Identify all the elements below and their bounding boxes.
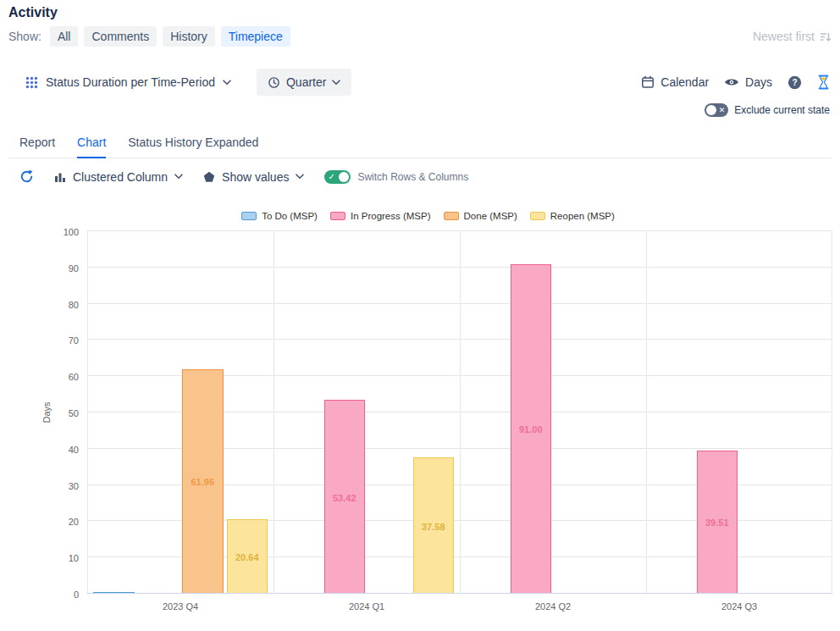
y-tick-label: 0 — [43, 589, 79, 600]
x-axis-label: 2024 Q2 — [460, 594, 646, 612]
clock-icon — [268, 76, 280, 89]
right-tools: Calendar Days ? — [641, 75, 830, 90]
legend-swatch — [444, 212, 459, 220]
chevron-down-icon — [332, 80, 340, 86]
grid-icon — [25, 76, 38, 89]
bar-value-label: 53.42 — [324, 493, 366, 503]
y-tick-label: 20 — [43, 517, 79, 527]
report-type-label: Status Duration per Time-Period — [46, 75, 215, 89]
eye-icon — [724, 77, 739, 87]
chart-plot-area: Days 010203040506070809010053.4291.0039.… — [87, 231, 832, 594]
gridline-vertical — [87, 231, 88, 594]
help-icon: ? — [788, 75, 802, 90]
exclude-current-state-label: Exclude current state — [734, 104, 830, 116]
legend-swatch — [330, 212, 345, 220]
legend-item-reopen-msp[interactable]: Reopen (MSP) — [530, 211, 615, 221]
legend-label: In Progress (MSP) — [351, 211, 431, 221]
clustered-column-icon — [54, 171, 66, 183]
toggle-on-check-icon: ✓ — [328, 171, 334, 183]
legend-label: Done (MSP) — [464, 211, 517, 221]
filter-timepiece[interactable]: Timepiece — [221, 26, 290, 47]
y-tick-label: 10 — [43, 553, 79, 563]
show-values-label: Show values — [222, 170, 289, 184]
bar-value-label: 20.64 — [227, 552, 268, 562]
y-tick-label: 70 — [43, 335, 79, 346]
exclude-current-state-toggle[interactable]: ✕ — [705, 103, 728, 117]
calendar-button[interactable]: Calendar — [641, 75, 709, 89]
calendar-icon — [641, 75, 655, 89]
legend-swatch — [241, 212, 257, 220]
y-tick-label: 30 — [43, 481, 79, 491]
chevron-down-icon — [174, 174, 183, 180]
chevron-down-icon — [296, 174, 304, 180]
switch-rows-columns-toggle[interactable]: ✓ — [324, 170, 351, 184]
y-tick-label: 60 — [43, 372, 79, 382]
bar-value-label: 37.58 — [413, 522, 455, 532]
legend-label: Reopen (MSP) — [550, 211, 615, 221]
y-tick-label: 90 — [43, 263, 79, 274]
legend-label: To Do (MSP) — [262, 211, 318, 221]
hourglass-icon — [817, 75, 830, 90]
x-axis-label: 2023 Q4 — [87, 594, 274, 612]
sort-order-control[interactable]: Newest first — [753, 30, 832, 43]
bar-value-label: 61.96 — [182, 477, 224, 487]
help-button[interactable]: ? — [788, 75, 802, 90]
x-axis-label: 2024 Q3 — [646, 594, 832, 612]
chevron-down-icon — [223, 80, 231, 86]
period-selector-label: Quarter — [286, 75, 326, 89]
svg-text:?: ? — [792, 78, 797, 87]
filter-comments[interactable]: Comments — [84, 26, 157, 47]
toggle-off-x-icon: ✕ — [719, 104, 726, 116]
status-duration-chart: To Do (MSP)In Progress (MSP)Done (MSP)Re… — [15, 208, 840, 612]
period-selector[interactable]: Quarter — [257, 69, 351, 96]
unit-label: Days — [745, 75, 772, 89]
activity-panel: Activity Show: All Comments History Time… — [0, 0, 840, 631]
refresh-button[interactable] — [19, 169, 34, 184]
filter-all[interactable]: All — [50, 26, 79, 47]
exclude-current-state-row: ✕ Exclude current state — [8, 103, 832, 117]
sort-descending-icon — [819, 30, 832, 43]
tab-status-history-expanded[interactable]: Status History Expanded — [128, 136, 258, 158]
x-axis-line — [87, 593, 832, 594]
bar-value-label: 39.51 — [697, 518, 738, 528]
y-tick-label: 40 — [43, 445, 79, 455]
hourglass-button[interactable] — [817, 75, 830, 90]
x-axis-labels: 2023 Q42024 Q12024 Q22024 Q3 — [87, 594, 832, 612]
report-type-selector[interactable]: Status Duration per Time-Period — [25, 75, 231, 89]
report-toolbar: Status Duration per Time-Period Quarter — [8, 69, 832, 96]
tab-bar: Report Chart Status History Expanded — [8, 136, 832, 158]
y-tick-label: 100 — [43, 227, 79, 237]
x-axis-label: 2024 Q1 — [274, 594, 460, 612]
bar-value-label: 91.00 — [511, 424, 552, 435]
gridline-vertical — [646, 231, 647, 594]
sort-order-label: Newest first — [753, 30, 815, 43]
show-label: Show: — [8, 30, 41, 43]
switch-rows-columns-label: Switch Rows & Columns — [357, 171, 468, 183]
chart-legend: To Do (MSP)In Progress (MSP)Done (MSP)Re… — [15, 208, 840, 224]
gridline-vertical — [832, 231, 832, 594]
unit-selector[interactable]: Days — [724, 75, 772, 89]
chart-toolbar: Clustered Column Show values ✓ Switch Ro… — [8, 158, 832, 184]
legend-item-done-msp[interactable]: Done (MSP) — [444, 211, 517, 221]
show-values-selector[interactable]: Show values — [203, 170, 304, 184]
chart-type-selector[interactable]: Clustered Column — [54, 170, 183, 184]
y-tick-label: 50 — [43, 408, 79, 418]
tab-chart[interactable]: Chart — [77, 136, 106, 158]
gridline-vertical — [460, 231, 461, 594]
legend-item-in-progress-msp[interactable]: In Progress (MSP) — [330, 211, 431, 221]
legend-swatch — [530, 212, 545, 220]
filter-history[interactable]: History — [163, 26, 215, 47]
show-values-icon — [203, 171, 215, 183]
legend-item-to-do-msp[interactable]: To Do (MSP) — [241, 211, 318, 221]
y-tick-label: 80 — [43, 300, 79, 310]
switch-rows-columns: ✓ Switch Rows & Columns — [324, 170, 468, 184]
tab-report[interactable]: Report — [19, 136, 55, 158]
page-title: Activity — [8, 5, 832, 20]
show-filter-row: Show: All Comments History Timepiece New… — [8, 26, 832, 47]
toggle-knob — [706, 105, 716, 115]
toggle-knob — [339, 172, 349, 182]
gridline-vertical — [274, 231, 274, 594]
calendar-label: Calendar — [660, 75, 709, 89]
chart-type-label: Clustered Column — [73, 170, 168, 184]
